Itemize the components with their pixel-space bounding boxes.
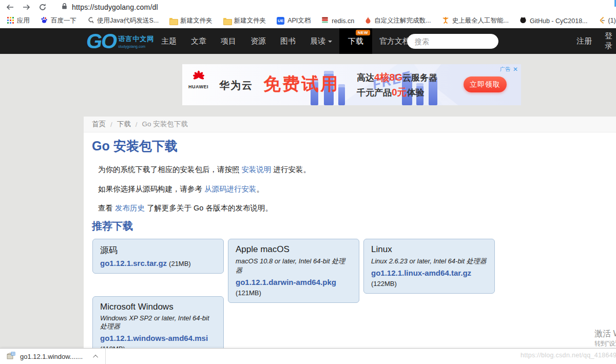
bookmark-baidu[interactable]: 百度一下 xyxy=(37,15,80,27)
downloaded-file-item[interactable]: go1.12.1.window....... xyxy=(0,349,106,364)
card-requirements: Linux 2.6.23 or later, Intel 64-bit 处理器 xyxy=(371,257,487,266)
section-title-recommended: 推荐下载 xyxy=(92,219,133,233)
logo-domain: studygolang.com xyxy=(118,45,154,48)
bookmark-api-doc[interactable]: UE API文档 xyxy=(274,15,314,26)
bookmark-label: GitHub - CyC2018... xyxy=(530,17,588,25)
history-paragraph: 查看 发布历史 了解更多关于 Go 各版本的发布说明。 xyxy=(98,203,273,213)
nav-item-morning-read[interactable]: 晨读 xyxy=(303,28,339,54)
download-link-windows[interactable]: go1.12.1.windows-amd64.msi xyxy=(100,334,216,342)
logo-suffix: 语言中文网 xyxy=(118,34,154,44)
card-title: Apple macOS xyxy=(236,244,352,255)
download-link-macos[interactable]: go1.12.1.darwin-amd64.pkg xyxy=(236,278,352,286)
windows-activation-watermark: 激活 Windows xyxy=(594,329,616,339)
redis-icon xyxy=(321,16,329,26)
intro-paragraph: 为你的系统下载了相应的安装包后，请按照 安装说明 进行安装。 xyxy=(98,165,311,175)
bookmark-label: 史上最全人工智能... xyxy=(452,16,509,25)
ad-banner[interactable]: FREE HUAWEI 华为云 免费试用 高达4核8G云服务器 千元产品0元体验 xyxy=(182,64,521,105)
card-title: Microsoft Windows xyxy=(100,302,216,312)
nav-item-articles[interactable]: 文章 xyxy=(184,28,214,54)
back-icon[interactable] xyxy=(3,2,16,13)
lock-icon[interactable] xyxy=(62,3,67,12)
bookmark-label: 应用 xyxy=(17,16,30,25)
file-size: (122MB) xyxy=(371,280,487,288)
banner-offer-text: 高达4核8G云服务器 千元产品0元体验 xyxy=(357,70,437,100)
breadcrumb-download[interactable]: 下载 xyxy=(117,120,131,129)
page: https://studygolang.com/dl 应用 百度一下 使用Jav… xyxy=(0,0,616,364)
install-guide-link[interactable]: 安装说明 xyxy=(242,165,272,174)
bookmark-label: redis.cn xyxy=(332,17,354,25)
download-card-macos[interactable]: Apple macOS macOS 10.8 or later, Intel 6… xyxy=(228,239,359,303)
page-title: Go 安装包下载 xyxy=(92,138,178,155)
banner-headline: 免费试用 xyxy=(263,72,339,96)
main-content: 首页 / 下载 / Go 安装包下载 Go 安装包下载 为你的系统下载了相应的安… xyxy=(84,117,616,348)
download-card-source[interactable]: 源码 go1.12.1.src.tar.gz(21MB) xyxy=(92,239,224,274)
download-card-linux[interactable]: Linux Linux 2.6.23 or later, Intel 64-bi… xyxy=(363,239,495,294)
apps-grid-icon xyxy=(7,16,14,26)
file-size: (121MB) xyxy=(236,289,352,297)
card-requirements: Windows XP SP2 or later, Intel 64-bit 处理… xyxy=(100,314,216,331)
breadcrumb-separator: / xyxy=(136,121,138,128)
flame-icon xyxy=(365,16,371,26)
bookmark-label: API文档 xyxy=(287,16,311,25)
installer-file-icon xyxy=(7,351,15,362)
close-icon[interactable]: ✕ xyxy=(513,66,518,73)
baidu-paw-icon xyxy=(41,16,48,26)
bookmark-label: (1) 题库 - 领扣 (Le... xyxy=(608,16,616,25)
nav-item-topics[interactable]: 主题 xyxy=(154,28,184,54)
bookmark-folder-1[interactable]: 新建文件夹 xyxy=(166,15,216,26)
breadcrumb-home[interactable]: 首页 xyxy=(92,120,106,129)
chevron-up-icon[interactable] xyxy=(93,354,98,359)
site-logo[interactable]: GO 语言中文网 studygolang.com xyxy=(86,30,154,52)
bookmark-label: 新建文件夹 xyxy=(180,16,213,25)
bookmark-leetcode[interactable]: (1) 题库 - 领扣 (Le... xyxy=(595,15,616,27)
nav-menu: 主题 文章 项目 资源 图书 晨读 下载NEW 官方文档 xyxy=(154,28,424,54)
new-badge: NEW xyxy=(356,30,370,35)
huawei-flower-icon xyxy=(191,70,206,84)
bookmark-folder-2[interactable]: 新建文件夹 xyxy=(220,15,270,26)
folder-icon xyxy=(223,18,231,24)
nav-item-books[interactable]: 图书 xyxy=(273,28,303,54)
csdn-watermark: https://blog.csdn.net/qq_41864967 xyxy=(521,352,616,359)
bookmarks-bar: 应用 百度一下 使用Java代码发送S... 新建文件夹 新建文件夹 UE AP… xyxy=(0,14,616,28)
card-title: 源码 xyxy=(100,244,216,256)
register-link[interactable]: 注册 xyxy=(576,28,592,54)
bookmark-redis[interactable]: redis.cn xyxy=(318,15,357,27)
reload-icon[interactable] xyxy=(36,2,49,13)
huawei-brand-text: HUAWEI xyxy=(188,84,208,89)
forward-icon[interactable] xyxy=(20,2,33,13)
orange-star-icon xyxy=(442,16,449,26)
bookmark-github[interactable]: GitHub - CyC2018... xyxy=(516,15,591,27)
bookmark-label: 使用Java代码发送S... xyxy=(97,16,159,25)
banner-cta-button[interactable]: 立即领取 xyxy=(464,76,507,92)
bookmark-java-send[interactable]: 使用Java代码发送S... xyxy=(84,15,162,27)
download-card-windows[interactable]: Microsoft Windows Windows XP SP2 or late… xyxy=(92,296,224,348)
windows-activation-watermark-line2: 转到"设置"以激活 Windows。 xyxy=(594,339,616,348)
nav-item-projects[interactable]: 项目 xyxy=(214,28,243,54)
ad-label: 广告 xyxy=(500,66,510,73)
site-navbar: GO 语言中文网 studygolang.com 主题 文章 项目 资源 图书 … xyxy=(0,28,616,54)
source-paragraph: 如果你选择从源码构建，请参考 从源码进行安装。 xyxy=(98,184,264,194)
bookmark-annotation[interactable]: 自定义注解完成数... xyxy=(362,15,434,27)
banner-brand-cn: 华为云 xyxy=(219,79,253,92)
url-field[interactable]: https://studygolang.com/dl xyxy=(72,3,158,11)
download-link-linux[interactable]: go1.12.1.linux-amd64.tar.gz xyxy=(371,269,487,277)
card-title: Linux xyxy=(371,244,487,255)
quill-icon xyxy=(87,16,94,26)
download-link-source[interactable]: go1.12.1.src.tar.gz(21MB) xyxy=(100,259,216,267)
release-history-link[interactable]: 发布历史 xyxy=(115,204,145,212)
github-icon xyxy=(519,16,527,26)
breadcrumb-separator: / xyxy=(110,121,112,128)
breadcrumb-current: Go 安装包下载 xyxy=(142,120,188,129)
bookmark-label: 新建文件夹 xyxy=(234,16,266,25)
ue-icon: UE xyxy=(277,17,284,25)
nav-item-download[interactable]: 下载NEW xyxy=(339,28,372,54)
huawei-logo: HUAWEI xyxy=(188,69,208,89)
bookmark-label: 自定义注解完成数... xyxy=(374,16,431,25)
bookmark-ai[interactable]: 史上最全人工智能... xyxy=(439,15,512,27)
file-size: (21MB) xyxy=(169,260,191,267)
nav-item-resources[interactable]: 资源 xyxy=(243,28,273,54)
search-input[interactable] xyxy=(407,34,498,49)
bookmark-apps[interactable]: 应用 xyxy=(4,15,33,27)
install-from-source-link[interactable]: 从源码进行安装 xyxy=(204,185,257,193)
login-link[interactable]: 登录 xyxy=(605,28,616,54)
